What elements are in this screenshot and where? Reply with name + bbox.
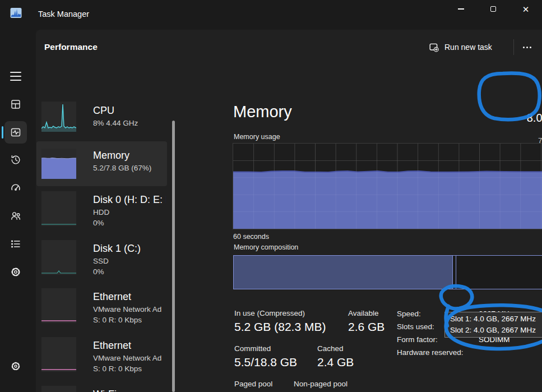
perf-item-type: VMware Network Ad xyxy=(93,354,166,362)
stat-label: Available xyxy=(348,309,385,317)
page-title: Performance xyxy=(44,42,98,52)
services-icon xyxy=(10,266,21,278)
perf-item-ethernet1[interactable]: Ethernet VMware Network Ad S: 0 R: 0 Kbp… xyxy=(36,285,167,334)
users-icon xyxy=(10,210,21,222)
perf-item-name: Memory xyxy=(93,150,166,162)
cpu-mini-graph xyxy=(41,102,76,132)
memory-detail-panel: Memory 8.0 GB 7.8 GB Memory usage 60 sec… xyxy=(197,64,542,392)
memory-title: Memory xyxy=(233,103,292,121)
titlebar: Task Manager ✕ xyxy=(0,0,542,30)
task-manager-app-icon xyxy=(10,7,22,19)
sidebar-item-settings[interactable] xyxy=(4,355,27,377)
sidebar xyxy=(0,30,36,392)
stat-label: In use (Compressed) xyxy=(234,309,348,317)
perf-item-stat: S: 0 R: 0 Kbps xyxy=(93,365,166,373)
memory-mini-graph xyxy=(41,149,76,179)
nav-selection-accent xyxy=(2,126,3,139)
perf-item-type: SSD xyxy=(93,257,166,265)
ethernet2-mini-graph xyxy=(41,337,76,372)
window-title: Task Manager xyxy=(38,10,89,19)
perf-item-name: Wi-Fi xyxy=(93,389,166,392)
wifi-mini-graph xyxy=(41,386,76,392)
perf-item-name: Ethernet xyxy=(93,291,166,303)
stat-label: Non-paged pool xyxy=(294,380,348,388)
stat-value: 2.4 GB xyxy=(317,356,354,369)
stat-value: 2.6 GB xyxy=(348,320,385,334)
perf-item-type: HDD xyxy=(93,208,166,216)
perf-item-stat: 5.2/7.8 GB (67%) xyxy=(93,164,166,172)
perf-item-disk1[interactable]: Disk 1 (C:) SSD 0% xyxy=(36,237,167,285)
sidebar-item-app-history[interactable] xyxy=(4,149,27,171)
list-scrollbar[interactable] xyxy=(172,121,175,392)
perf-item-cpu[interactable]: CPU 8% 4.44 GHz xyxy=(36,97,167,140)
performance-list: CPU 8% 4.44 GHz Memory 5.2/7.8 GB (67%) xyxy=(36,64,175,392)
hamburger-menu-button[interactable] xyxy=(10,72,21,81)
stat-label: Paged pool xyxy=(234,380,294,388)
close-icon: ✕ xyxy=(522,5,530,13)
composition-in-use-segment xyxy=(234,256,453,289)
composition-divider xyxy=(456,256,456,289)
stat-value: 5.2 GB (82.3 MB) xyxy=(234,320,348,334)
ellipsis-icon xyxy=(523,47,525,48)
ethernet1-mini-graph xyxy=(41,288,76,323)
page-header: Performance Run new task xyxy=(36,30,542,64)
close-button[interactable]: ✕ xyxy=(513,0,539,18)
new-task-icon xyxy=(429,43,439,52)
slots-tooltip: Slot 1: 4.0 GB, 2667 MHz Slot 2: 4.0 GB,… xyxy=(444,312,542,338)
sidebar-item-processes[interactable] xyxy=(4,93,27,116)
details-icon xyxy=(10,238,21,250)
sidebar-item-startup-apps[interactable] xyxy=(4,177,27,199)
task-manager-window: Task Manager ✕ xyxy=(0,0,542,392)
perf-item-stat: 8% 4.44 GHz xyxy=(93,119,166,127)
minimize-icon xyxy=(458,8,464,9)
perf-item-stat: 0% xyxy=(93,219,166,227)
perf-item-type: VMware Network Ad xyxy=(93,305,166,313)
minimize-button[interactable] xyxy=(448,0,474,18)
perf-item-stat: S: 0 R: 0 Kbps xyxy=(93,316,166,324)
maximize-button[interactable] xyxy=(480,0,506,18)
sidebar-item-users[interactable] xyxy=(4,205,27,227)
stat-value: 5.5/18.8 GB xyxy=(234,356,317,369)
performance-icon xyxy=(10,127,21,138)
perf-item-name: Disk 1 (C:) xyxy=(93,243,166,255)
memory-total-capacity: 8.0 GB xyxy=(450,112,542,124)
tooltip-slot1: Slot 1: 4.0 GB, 2667 MHz xyxy=(450,313,542,325)
more-options-button[interactable] xyxy=(516,38,538,57)
graph-time-axis-label: 60 seconds xyxy=(233,233,269,241)
perf-item-name: Disk 0 (H: D: E: F xyxy=(93,194,166,206)
memory-composition-label: Memory composition xyxy=(234,243,298,251)
header-divider xyxy=(513,39,514,55)
maximize-icon xyxy=(490,6,496,12)
perf-item-stat: 0% xyxy=(93,268,166,276)
memory-usage-label: Memory usage xyxy=(234,133,280,141)
memory-composition-bar[interactable] xyxy=(233,255,542,289)
run-new-task-button[interactable]: Run new task xyxy=(423,38,499,57)
sidebar-item-performance[interactable] xyxy=(4,121,27,144)
disk1-mini-graph xyxy=(41,240,76,275)
content-area: Performance Run new task xyxy=(36,30,542,392)
perf-item-memory[interactable]: Memory 5.2/7.8 GB (67%) xyxy=(36,141,167,186)
sidebar-item-services[interactable] xyxy=(4,261,27,283)
perf-item-ethernet2[interactable]: Ethernet VMware Network Ad S: 0 R: 0 Kbp… xyxy=(36,334,167,382)
perf-item-name: CPU xyxy=(93,105,166,117)
tooltip-slot2: Slot 2: 4.0 GB, 2667 MHz xyxy=(450,325,542,336)
stat-label: Cached xyxy=(317,344,354,353)
run-new-task-label: Run new task xyxy=(444,43,492,52)
graph-time-axis-zero: 0 xyxy=(506,233,542,241)
disk0-mini-graph xyxy=(41,191,76,226)
memory-stats: In use (Compressed) 5.2 GB (82.3 MB) Ava… xyxy=(234,309,419,392)
app-history-icon xyxy=(10,154,21,165)
perf-item-disk0[interactable]: Disk 0 (H: D: E: F HDD 0% xyxy=(36,188,167,237)
perf-item-wifi[interactable]: Wi-Fi Wi-Fi S: 1.5 R: 0.1 Mbps xyxy=(36,383,167,392)
settings-gear-icon xyxy=(10,361,21,372)
detail-label: Hardware reserved: xyxy=(397,348,479,357)
perf-item-name: Ethernet xyxy=(93,340,166,352)
startup-apps-icon xyxy=(10,182,21,193)
processes-icon xyxy=(10,99,21,110)
memory-usage-graph xyxy=(233,144,542,229)
stat-label: Committed xyxy=(234,344,317,353)
sidebar-item-details[interactable] xyxy=(4,233,27,255)
